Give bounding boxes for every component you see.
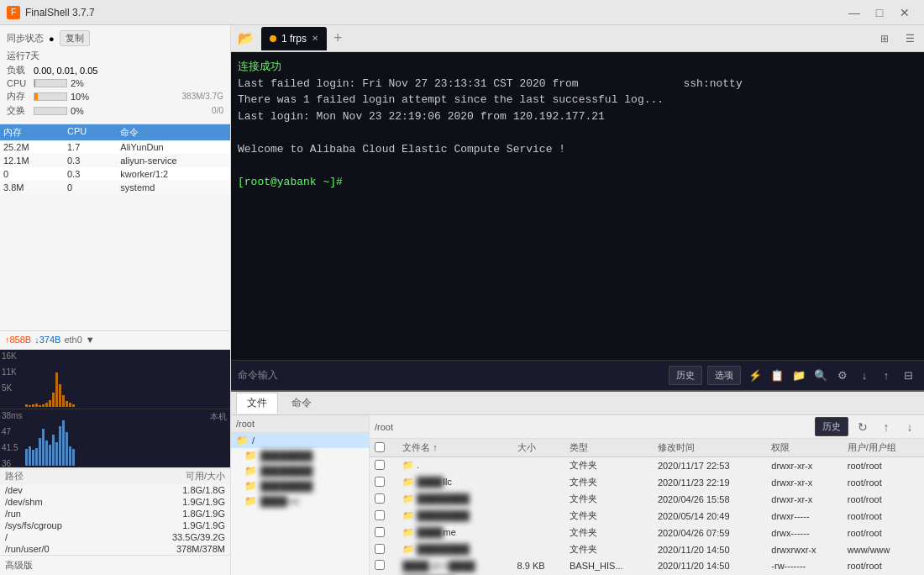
- file-table: 文件名 ↑ 大小 类型 修改时间 权限 用户/用户组: [370, 439, 924, 575]
- right-area: 📂 1 frps ✕ + ⊞ ☰ 连接成功 Last failed login:…: [231, 25, 924, 575]
- cpu-bar-fill: [34, 80, 35, 87]
- search-icon[interactable]: 🔍: [811, 367, 830, 385]
- folder-button[interactable]: 📂: [234, 27, 258, 50]
- disk-row: / 33.5G/39.2G: [0, 531, 230, 543]
- file-row[interactable]: 📁 ████████ 文件夹 2020/04/26 15:58 drwxr-xr…: [370, 491, 924, 508]
- terminal-line: Welcome to Alibaba Cloud Elastic Compute…: [238, 141, 917, 158]
- copy-button[interactable]: 复制: [60, 30, 90, 46]
- terminal[interactable]: 连接成功 Last failed login: Fri Nov 27 23:13…: [231, 52, 924, 360]
- latency-chart-bars: [25, 409, 230, 467]
- close-button[interactable]: ✕: [892, 0, 917, 25]
- clipboard-icon[interactable]: 📋: [768, 367, 786, 385]
- list-view-button[interactable]: ☰: [899, 28, 921, 50]
- folder-icon: 📁: [244, 465, 257, 477]
- process-row: 3.8M 0 systemd: [0, 181, 230, 194]
- bottom-panel: 文件 命令 /root 📁 / 📁 ████████: [231, 390, 924, 575]
- swap-percent: 0%: [71, 106, 87, 116]
- app-icon: F: [7, 6, 20, 19]
- upload-stat: ↑858B: [5, 335, 31, 345]
- tab-bar: 📂 1 frps ✕ + ⊞ ☰: [231, 25, 924, 52]
- command-input[interactable]: [283, 370, 664, 382]
- file-manager: /root 📁 / 📁 ████████ 📁 ████████: [231, 415, 924, 575]
- memory-bar-fill: [34, 93, 38, 100]
- advanced-link[interactable]: 高级版: [5, 560, 33, 570]
- sync-status[interactable]: 同步状态: [7, 32, 44, 45]
- tab-commands[interactable]: 命令: [281, 393, 322, 413]
- folder-icon: 📁: [244, 450, 257, 462]
- file-tree: /root 📁 / 📁 ████████ 📁 ████████: [231, 415, 370, 575]
- cpu-label: CPU: [7, 78, 30, 88]
- minimize-button[interactable]: —: [842, 0, 867, 25]
- memory-percent: 10%: [71, 92, 89, 102]
- select-all-checkbox[interactable]: [375, 442, 385, 452]
- window-controls: — □ ✕: [842, 0, 917, 25]
- download-icon[interactable]: ↓: [855, 367, 874, 385]
- disk-header: 路径 可用/大小: [0, 468, 230, 484]
- terminal-line: [238, 124, 917, 141]
- folder-icon: 📁: [236, 435, 249, 446]
- swap-label: 交换: [7, 104, 30, 117]
- col-perms[interactable]: 权限: [766, 439, 842, 457]
- history-btn[interactable]: 历史: [815, 417, 848, 436]
- tree-item[interactable]: 📁 ████████: [231, 463, 369, 478]
- download-button[interactable]: ↓: [900, 418, 919, 436]
- settings-icon[interactable]: ⚙: [833, 367, 852, 385]
- tree-item[interactable]: 📁 ████████: [231, 448, 369, 463]
- network-section: ↑858B ↓374B eth0 ▼: [0, 330, 230, 350]
- network-row: ↑858B ↓374B eth0 ▼: [5, 335, 225, 345]
- options-button[interactable]: 选项: [707, 366, 741, 385]
- lightning-icon[interactable]: ⚡: [746, 367, 764, 385]
- file-row[interactable]: 📁 ████llc 文件夹 2020/11/23 22:19 drwxr-xr-…: [370, 474, 924, 491]
- download-stat: ↓374B: [34, 335, 60, 345]
- upload-icon[interactable]: ↑: [877, 367, 895, 385]
- folder-icon: 📁: [244, 495, 257, 507]
- tree-item[interactable]: 📁 ████████: [231, 478, 369, 493]
- memory-bar: [34, 92, 67, 101]
- disk-row: /run/user/0 378M/378M: [0, 543, 230, 555]
- file-tree-header: /root: [231, 415, 369, 433]
- file-row[interactable]: ████.sh h████ 8.9 KB BASH_HIS... 2020/11…: [370, 558, 924, 574]
- network-interface: eth0: [64, 335, 81, 345]
- file-row[interactable]: 📁 ████████ 文件夹 2020/11/20 14:50 drwxrwxr…: [370, 541, 924, 558]
- file-row[interactable]: 📁 ████me 文件夹 2020/04/26 07:59 drwx------…: [370, 525, 924, 541]
- add-tab-button[interactable]: +: [328, 29, 348, 47]
- file-row[interactable]: 📁 ████████ 文件夹 2020/05/14 20:49 drwxr---…: [370, 508, 924, 525]
- disk-row: /run 1.8G/1.9G: [0, 508, 230, 520]
- cpu-value: 2%: [71, 78, 87, 88]
- file-content: /root 历史 ↻ ↑ ↓ 文件名 ↑ 大小: [370, 415, 924, 575]
- collapse-icon[interactable]: ⊟: [899, 367, 917, 385]
- col-size[interactable]: 大小: [512, 439, 564, 457]
- folder-icon[interactable]: 📁: [790, 367, 808, 385]
- grid-view-button[interactable]: ⊞: [874, 28, 895, 50]
- col-type[interactable]: 类型: [564, 439, 653, 457]
- sidebar-top: 同步状态 ● 复制 运行7天 负载 0.00, 0.01, 0.05 CPU 2…: [0, 25, 230, 124]
- refresh-button[interactable]: ↻: [853, 418, 872, 436]
- folder-icon: 📁: [402, 493, 414, 504]
- network-chart-bars: [25, 350, 230, 409]
- history-button[interactable]: 历史: [669, 366, 702, 385]
- col-filename[interactable]: 文件名 ↑: [397, 439, 512, 457]
- tab-close-button[interactable]: ✕: [312, 34, 318, 43]
- tab-files[interactable]: 文件: [236, 393, 278, 414]
- upload-button[interactable]: ↑: [877, 418, 895, 436]
- folder-icon: 📁: [402, 510, 414, 520]
- folder-icon: 📁: [402, 477, 414, 487]
- file-toolbar: /root 历史 ↻ ↑ ↓: [370, 415, 924, 439]
- tree-item-root[interactable]: 📁 /: [231, 433, 369, 448]
- disk-row: /sys/fs/cgroup 1.9G/1.9G: [0, 520, 230, 531]
- swap-row: 交换 0% 0/0: [7, 104, 223, 117]
- tab-status-dot: [270, 35, 276, 42]
- col-owner[interactable]: 用户/用户组: [843, 439, 924, 457]
- file-row[interactable]: 📁 . 文件夹 2020/11/17 22:53 drwxr-xr-x root…: [370, 457, 924, 474]
- maximize-button[interactable]: □: [867, 0, 892, 25]
- terminal-line: There was 1 failed login attempt since t…: [238, 92, 917, 108]
- col-modified[interactable]: 修改时间: [653, 439, 766, 457]
- folder-icon: 📁: [402, 544, 414, 554]
- tree-item[interactable]: 📁 ████me: [231, 493, 369, 509]
- server-uptime: 运行7天: [7, 50, 223, 62]
- current-path: /root: [375, 422, 810, 432]
- app-title: FinalShell 3.7.7: [25, 7, 842, 18]
- tab-frps[interactable]: 1 frps ✕: [261, 27, 327, 50]
- disk-row: /dev 1.8G/1.8G: [0, 484, 230, 496]
- memory-label: 内存: [7, 90, 30, 103]
